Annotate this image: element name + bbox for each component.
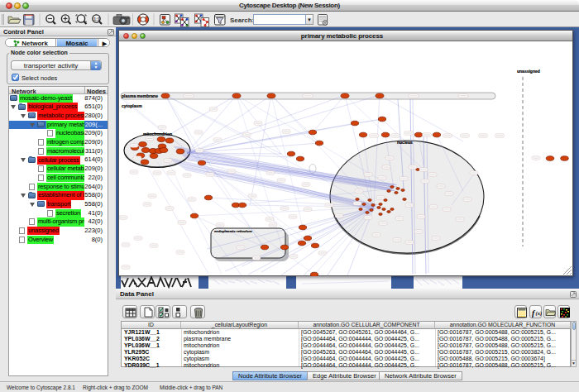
- svg-text:mitochondrion: mitochondrion: [143, 131, 172, 136]
- svg-text:1:1: 1:1: [93, 17, 99, 22]
- svg-text:cytoplasm: cytoplasm: [122, 103, 142, 108]
- svg-text:nucleus: nucleus: [397, 140, 413, 145]
- svg-text:unassigned: unassigned: [517, 69, 540, 74]
- svg-text:plasma membrane: plasma membrane: [122, 93, 158, 98]
- svg-text:endoplasmic reticulum: endoplasmic reticulum: [214, 229, 252, 233]
- svg-text:(x): (x): [535, 310, 542, 317]
